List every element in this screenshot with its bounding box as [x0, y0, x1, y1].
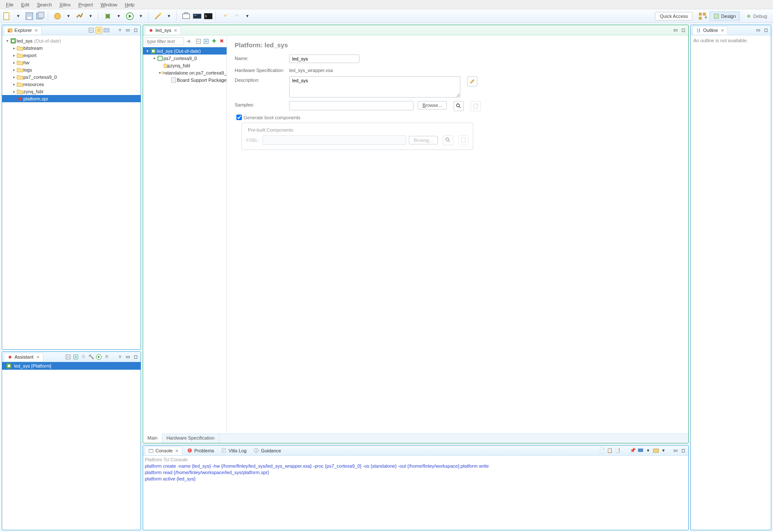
menu-project[interactable]: Project [75, 1, 96, 8]
tree-item-folder[interactable]: ▸export [2, 52, 141, 59]
tree-item-file[interactable]: platform.spr [2, 95, 141, 102]
terminal-button[interactable] [204, 12, 213, 21]
nav-dropdown[interactable]: ▾ [243, 12, 252, 21]
editor-tab[interactable]: led_sys ✕ [145, 26, 181, 35]
run-icon[interactable] [95, 354, 102, 360]
wizard-dropdown[interactable]: ▾ [164, 12, 174, 21]
tree-item-folder[interactable]: ▸logs [2, 66, 141, 73]
console-action-3-icon[interactable]: 📑 [614, 447, 621, 454]
display-icon[interactable] [637, 447, 644, 454]
maximize-icon[interactable]: ◻ [132, 354, 139, 360]
menu-window[interactable]: Window [97, 1, 121, 8]
program-button[interactable] [181, 12, 191, 21]
samples-input[interactable] [289, 101, 414, 110]
menu-edit[interactable]: Edit [18, 1, 33, 8]
focus-icon[interactable] [103, 27, 110, 34]
tree-item-domain[interactable]: ▾ standalone on ps7_cortexa9_ [143, 69, 227, 76]
run-button[interactable] [125, 12, 135, 21]
tree-item-bsp[interactable]: Board Support Package [143, 76, 227, 83]
new-button[interactable] [3, 12, 12, 21]
filter-input[interactable] [145, 37, 184, 45]
new-dropdown[interactable]: ▾ [14, 12, 23, 21]
assistant-tab[interactable]: Assistant ✕ [4, 353, 43, 361]
browse-button[interactable]: Browse... [418, 101, 447, 109]
menu-file[interactable]: File [3, 1, 17, 8]
tree-item-domain[interactable]: zynq_fsbl [143, 62, 227, 69]
clear-button[interactable] [471, 101, 481, 111]
maximize-icon[interactable]: ◻ [132, 27, 139, 34]
add-icon[interactable]: ✚ [210, 38, 217, 45]
quick-access[interactable]: Quick Access [655, 12, 693, 20]
search-button[interactable] [454, 101, 464, 111]
console-action-1-icon[interactable]: 📄 [599, 447, 606, 454]
minimize-icon[interactable]: ▭ [755, 27, 762, 34]
problems-tab[interactable]: Problems [184, 447, 216, 454]
expand-toggle[interactable]: ▾ [5, 39, 10, 43]
build-icon[interactable]: 🔨 [88, 354, 95, 360]
open-perspective-button[interactable]: + [698, 12, 707, 21]
tab-main[interactable]: Main [143, 434, 162, 443]
menu-search[interactable]: Search [34, 1, 55, 8]
maximize-icon[interactable]: ◻ [762, 27, 769, 34]
xsct-dropdown[interactable]: ▾ [64, 12, 73, 21]
minimize-icon[interactable]: ▭ [124, 27, 131, 34]
close-icon[interactable]: ✕ [173, 28, 178, 33]
console-action-2-icon[interactable]: 📋 [606, 447, 613, 454]
expand-toggle[interactable]: ▸ [11, 46, 17, 50]
explorer-tree[interactable]: ▾ led_sys (Out-of-date) ▸bitstream▸expor… [2, 35, 141, 349]
pin-icon[interactable]: 📌 [629, 447, 636, 454]
save-all-button[interactable] [36, 12, 45, 21]
name-input[interactable] [289, 55, 359, 63]
perspective-design[interactable]: Design [710, 12, 739, 21]
view-menu-icon[interactable]: ▿ [117, 354, 124, 360]
add-icon[interactable] [72, 354, 79, 360]
close-icon[interactable]: ✕ [174, 449, 179, 453]
serial-button[interactable] [193, 12, 202, 21]
tree-item-folder[interactable]: ▸bitstream [2, 44, 141, 52]
guidance-tab[interactable]: Guidance [251, 447, 284, 454]
close-icon[interactable]: ✕ [34, 28, 39, 33]
back-button[interactable]: ↶ [221, 12, 230, 21]
menu-help[interactable]: Help [121, 1, 138, 8]
outline-tab[interactable]: Outline ✕ [693, 26, 728, 35]
generate-boot-checkbox[interactable] [236, 115, 242, 120]
debug-dropdown[interactable]: ▾ [114, 12, 124, 21]
perspective-debug[interactable]: Debug [742, 12, 770, 20]
tree-item-folder[interactable]: ▸ps7_cortexa9_0 [2, 73, 141, 81]
assistant-item[interactable]: led_sys [Platform] [2, 362, 141, 370]
tree-item-platform[interactable]: ▾ led_sys (Out-of-date) [143, 47, 227, 55]
run-dropdown[interactable]: ▾ [136, 12, 146, 21]
close-icon[interactable]: ✕ [720, 28, 725, 33]
save-button[interactable] [25, 12, 34, 21]
expand-icon[interactable] [203, 38, 210, 45]
build-button[interactable] [75, 12, 84, 21]
wizard-button[interactable] [153, 12, 163, 21]
minimize-icon[interactable]: ▭ [672, 447, 679, 454]
link-editor-icon[interactable] [95, 27, 102, 34]
debug-icon[interactable]: ✱ [103, 354, 110, 360]
maximize-icon[interactable]: ◻ [680, 27, 687, 34]
collapse-icon[interactable] [195, 38, 202, 45]
debug-button[interactable] [103, 12, 112, 21]
vitis-log-tab[interactable]: Vitis Log [218, 447, 249, 454]
back-icon[interactable]: ◀ [185, 38, 192, 45]
forward-button[interactable]: ↷ [232, 12, 241, 21]
tree-item-folder[interactable]: ▸resources [2, 81, 141, 88]
edit-button[interactable] [467, 76, 477, 86]
console-tab[interactable]: Console ✕ [145, 446, 182, 455]
settings-icon[interactable]: ⚙ [80, 354, 87, 360]
maximize-icon[interactable]: ◻ [680, 447, 687, 454]
minimize-icon[interactable]: ▭ [672, 27, 679, 34]
tree-item-folder[interactable]: ▸zynq_fsbl [2, 88, 141, 95]
minimize-icon[interactable]: ▭ [124, 354, 131, 360]
expand-toggle[interactable]: ▸ [11, 60, 17, 65]
collapse-all-icon[interactable] [88, 27, 95, 34]
description-input[interactable]: led_sys [289, 76, 460, 98]
tree-item-folder[interactable]: ▸hw [2, 59, 141, 66]
expand-toggle[interactable]: ▸ [11, 82, 17, 86]
tab-hardware-spec[interactable]: Hardware Specification [162, 434, 219, 443]
expand-toggle[interactable]: ▸ [11, 68, 17, 72]
open-console-icon[interactable] [652, 447, 659, 454]
expand-toggle[interactable]: ▸ [11, 53, 17, 58]
close-icon[interactable]: ✕ [35, 355, 40, 359]
